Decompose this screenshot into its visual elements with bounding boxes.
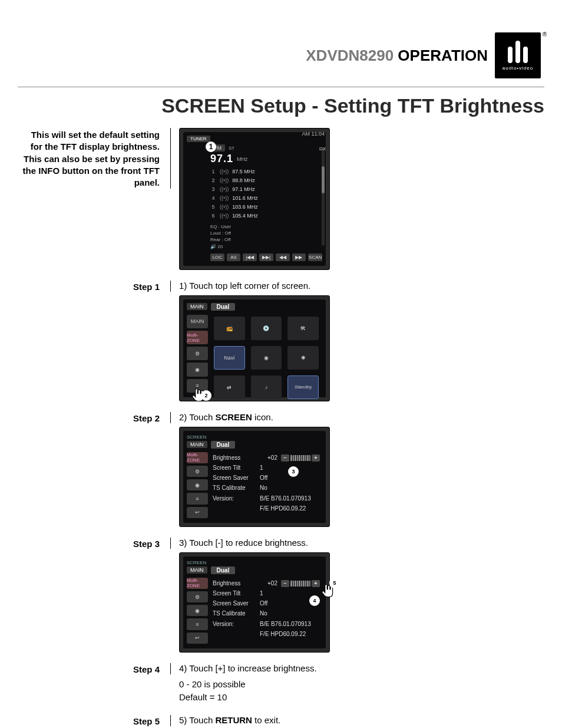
brand-logo: ® audio•video	[495, 32, 541, 78]
main-tab[interactable]: MAIN	[187, 303, 207, 310]
main-tab[interactable]: MAIN	[187, 566, 207, 574]
step-5-label: Step 5	[18, 715, 171, 726]
side-main[interactable]: MAIN	[187, 315, 208, 328]
side-icon-2[interactable]: ◉	[187, 479, 208, 490]
side-icon-1[interactable]: ⚙	[187, 591, 208, 602]
page-header: XDVDN8290 OPERATION ® audio•video	[18, 32, 544, 78]
aux-icon[interactable]: ♪	[251, 375, 282, 399]
side-multizone[interactable]: Multi-ZONE	[187, 578, 208, 589]
step-3-row: Step 3 3) Touch [-] to reduce brightness…	[18, 538, 544, 660]
dx-indicator: DX	[319, 146, 326, 151]
step-2-text: 2) Touch SCREEN icon.	[179, 412, 544, 422]
menu-grid: 📻 💿 🛠 Navi ◉ ✱ ⇄ ♪ Standby	[210, 311, 322, 405]
frequency-unit: MHz	[237, 156, 248, 162]
logo-subtext: audio•video	[503, 65, 534, 71]
standby-button[interactable]: Standby	[287, 375, 319, 399]
brightness-row: Brightness +02 − +	[213, 454, 320, 462]
callout-5: 5	[329, 578, 340, 588]
loud-info: Loud : Off	[210, 230, 322, 236]
side-icon-1[interactable]: ⚙	[187, 347, 208, 360]
rewind-button[interactable]: ◀◀	[276, 253, 290, 261]
brightness-minus-button[interactable]: −	[281, 454, 289, 462]
tuner-footer-buttons: LOC AS |◀◀ ▶▶| ◀◀ ▶▶ SCAN	[210, 253, 322, 261]
step-5-text: 5) Touch RETURN to exit.	[179, 715, 544, 725]
brightness-bar	[290, 455, 310, 461]
clock-readout: AM 11:04	[302, 131, 325, 137]
side-icon-3[interactable]: ≡	[187, 493, 208, 504]
step-4-label: Step 4	[18, 663, 171, 674]
step-1-text: 1) Touch top left corner of screen.	[179, 281, 544, 291]
usb-icon[interactable]: ⇄	[214, 375, 245, 399]
header-title: XDVDN8290 OPERATION	[306, 47, 488, 65]
header-rule	[18, 87, 544, 87]
side-icon-3[interactable]: ≡	[187, 618, 208, 630]
screen-label: SCREEN	[187, 434, 322, 440]
next-track-button[interactable]: ▶▶|	[259, 253, 273, 261]
brand-badge: Dual	[211, 441, 236, 449]
logo-bars-icon	[508, 41, 528, 63]
callout-1: 1	[206, 141, 216, 152]
rear-info: Rear : Off	[210, 236, 322, 243]
section-title: SCREEN Setup - Setting TFT Brightness	[18, 94, 544, 117]
side-return[interactable]: ↩	[187, 507, 208, 518]
step-3-text: 3) Touch [-] to reduce brightness.	[179, 538, 544, 548]
as-button[interactable]: AS	[227, 253, 241, 261]
lead-text: This will set the default setting for th…	[18, 128, 171, 189]
brightness-minus-button[interactable]: −	[281, 580, 289, 587]
cd-icon[interactable]: ◉	[251, 346, 282, 370]
screenshot-screen-settings-b: 09:21 SCREEN MAIN Dual Multi-ZONE ⚙ ◉ ≡ …	[179, 552, 330, 653]
brightness-row: Brightness +02 − +	[213, 579, 320, 588]
registered-mark: ®	[543, 31, 547, 38]
brightness-range-note: 0 - 20 is possible Default = 10	[179, 678, 544, 704]
callout-2: 2	[201, 390, 211, 401]
loc-button[interactable]: LOC	[210, 253, 224, 261]
screenshot-tuner: AM 11:04 TUNER FM ST 97.1 MHz 1	[179, 128, 330, 270]
preset-list: 1((•))87.5 MHz 2((•))88.8 MHz 3((•))97.1…	[210, 167, 322, 220]
side-multizone[interactable]: Multi-ZONE	[187, 452, 208, 463]
side-icon-2[interactable]: ◉	[187, 363, 208, 376]
main-tab[interactable]: MAIN	[187, 441, 207, 448]
menu-sidebar: MAIN Multi-ZONE ⚙ ◉ ≡	[187, 315, 208, 393]
brand-badge: Dual	[211, 566, 236, 574]
side-multizone[interactable]: Multi-ZONE	[187, 331, 208, 344]
brightness-plus-button[interactable]: +	[312, 454, 320, 462]
brightness-bar	[290, 581, 310, 587]
step-1-label: Step 1	[18, 281, 171, 292]
step-2-row: Step 2 2) Touch SCREEN icon. 09:21 SCREE…	[18, 412, 544, 534]
step-2-label: Step 2	[18, 412, 171, 423]
side-return[interactable]: ↩	[187, 633, 208, 644]
manual-page: XDVDN8290 OPERATION ® audio•video SCREEN…	[0, 0, 562, 728]
brightness-plus-button[interactable]: +	[312, 580, 320, 587]
lead-row: This will set the default setting for th…	[18, 128, 544, 277]
brand-badge: Dual	[211, 303, 236, 311]
stereo-indicator: ST	[229, 146, 234, 151]
forward-button[interactable]: ▶▶	[292, 253, 306, 261]
eq-info: EQ : User	[210, 223, 322, 230]
step-1-row: Step 1 1) Touch top left corner of scree…	[18, 281, 544, 409]
callout-4: 4	[309, 595, 320, 606]
settings-icon[interactable]: 🛠	[287, 317, 319, 340]
brightness-value: +02	[260, 580, 277, 587]
side-icon-2[interactable]: ◉	[187, 605, 208, 616]
navi-button[interactable]: Navi	[214, 346, 245, 370]
scan-button[interactable]: SCAN	[308, 253, 322, 261]
step-4-text: 4) Touch [+] to increase brightness.	[179, 663, 544, 673]
radio-icon[interactable]: 📻	[214, 317, 245, 340]
step-3-label: Step 3	[18, 538, 171, 549]
operation-word: OPERATION	[398, 47, 488, 64]
brightness-value: +02	[260, 454, 277, 461]
side-icon-1[interactable]: ⚙	[187, 466, 208, 477]
bluetooth-icon[interactable]: ✱	[287, 346, 319, 370]
screenshot-screen-settings-a: 09:21 SCREEN MAIN Dual Multi-ZONE ⚙ ◉ ≡ …	[179, 427, 330, 527]
screen-label: SCREEN	[187, 560, 322, 565]
callout-3: 3	[288, 466, 299, 477]
model-number: XDVDN8290	[306, 47, 394, 64]
step-5-row: Step 5 5) Touch RETURN to exit.	[18, 715, 544, 728]
scrollbar[interactable]	[322, 149, 325, 246]
frequency-readout: 97.1	[210, 153, 233, 165]
disc-icon[interactable]: 💿	[251, 317, 282, 340]
volume-info: 🔊 20	[210, 243, 322, 250]
screenshot-main-menu: MAIN Dual MAIN Multi-ZONE ⚙ ◉ ≡ 📻 💿 🛠	[179, 295, 330, 401]
prev-track-button[interactable]: |◀◀	[243, 253, 257, 261]
step-4-row: Step 4 4) Touch [+] to increase brightne…	[18, 663, 544, 704]
